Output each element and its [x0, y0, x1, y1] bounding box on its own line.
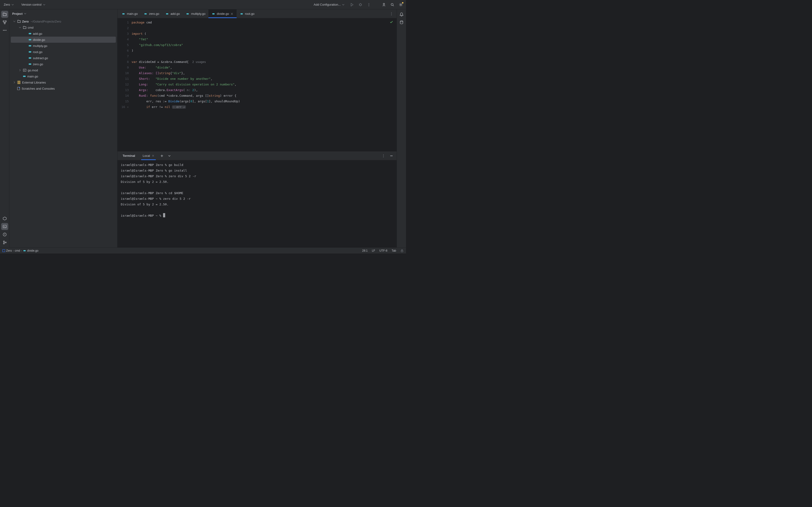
project-toolwindow-button[interactable] — [1, 11, 8, 18]
scratches-icon — [16, 87, 21, 91]
tree-file-divide[interactable]: divide.go — [11, 37, 116, 43]
tree-label: External Libraries — [22, 81, 46, 84]
problems-toolwindow-button[interactable] — [1, 231, 8, 238]
line-separator[interactable]: LF — [372, 249, 375, 252]
hide-terminal-button[interactable] — [388, 153, 395, 159]
tree-root[interactable]: Zero ~/GolandProjects/Zero — [11, 18, 116, 24]
file-encoding[interactable]: UTF-8 — [379, 249, 388, 252]
terminal-output[interactable]: israel@Israels-MBP Zero % go build israe… — [117, 160, 397, 247]
svg-point-21 — [30, 33, 31, 34]
chevron-right-icon[interactable] — [18, 69, 21, 71]
tree-file-gomod[interactable]: go.mod — [11, 67, 116, 73]
inspections-status-icon[interactable] — [390, 20, 393, 24]
close-tab-icon[interactable] — [152, 155, 154, 157]
chevron-down-icon[interactable] — [18, 26, 21, 29]
tree-file-main[interactable]: main.go — [11, 73, 116, 79]
svg-point-25 — [30, 39, 31, 40]
main-toolbar: Zero Version control Add Configuration..… — [0, 0, 406, 9]
library-icon — [17, 80, 21, 84]
tabs-more-button[interactable] — [388, 10, 395, 17]
svg-point-69 — [383, 157, 384, 157]
svg-rect-71 — [3, 249, 5, 252]
terminal-toolwindow-button[interactable] — [1, 223, 8, 230]
svg-point-73 — [24, 250, 26, 251]
tree-file-root[interactable]: root.go — [11, 49, 116, 55]
terminal-session-tab[interactable]: Local — [139, 151, 158, 160]
terminal-dropdown-button[interactable] — [166, 153, 173, 159]
project-header[interactable]: Project — [9, 9, 117, 18]
tab-label: multiply.go — [191, 12, 205, 15]
code-with-me-button[interactable] — [380, 1, 387, 8]
editor-tab-divide[interactable]: divide.go — [208, 9, 237, 18]
breadcrumb-item[interactable]: cmd — [15, 249, 20, 252]
chevron-down-icon[interactable] — [13, 20, 16, 22]
more-actions-button[interactable] — [366, 1, 372, 8]
go-file-icon — [28, 38, 32, 42]
breadcrumb-item[interactable]: divide.go — [27, 249, 38, 252]
more-toolwindows-button[interactable] — [1, 27, 8, 34]
breadcrumb-item[interactable]: Zero — [6, 249, 12, 252]
chevron-down-icon — [43, 3, 45, 6]
tree-file-multiply[interactable]: multiply.go — [11, 43, 116, 49]
project-tree[interactable]: Zero ~/GolandProjects/Zero cmd add.go di… — [9, 18, 117, 247]
svg-rect-47 — [18, 81, 18, 84]
search-everywhere-button[interactable] — [389, 1, 396, 8]
svg-point-53 — [123, 13, 124, 14]
tree-external-libraries[interactable]: External Libraries — [11, 79, 116, 86]
run-button[interactable] — [349, 1, 355, 8]
tree-file-add[interactable]: add.go — [11, 31, 116, 37]
tree-scratches[interactable]: Scratches and Consoles — [11, 86, 116, 92]
editor-tab-root[interactable]: root.go — [237, 9, 257, 18]
svg-point-64 — [391, 12, 392, 13]
indent-setting[interactable]: Tab — [392, 249, 396, 252]
tree-file-subtract[interactable]: subtract.go — [11, 55, 116, 61]
editor-tab-zero[interactable]: zero.go — [141, 9, 162, 18]
cursor-position[interactable]: 28:1 — [362, 249, 367, 252]
vcs-menu[interactable]: Version control — [19, 2, 47, 7]
tree-folder-cmd[interactable]: cmd — [11, 24, 116, 31]
svg-point-59 — [188, 13, 189, 14]
go-file-icon — [28, 62, 32, 66]
database-button[interactable] — [398, 19, 405, 26]
run-config-selector[interactable]: Add Configuration... — [311, 2, 347, 7]
chevron-right-icon[interactable] — [13, 81, 16, 83]
project-menu[interactable]: Zero — [2, 2, 16, 7]
editor[interactable]: 12345678910111213141516 › package cmd im… — [117, 18, 397, 151]
vcs-toolwindow-button[interactable] — [1, 239, 8, 246]
terminal-title-tab[interactable]: Terminal — [119, 151, 138, 160]
editor-gutter[interactable]: 12345678910111213141516 › — [117, 18, 132, 151]
svg-rect-74 — [401, 250, 403, 252]
terminal-tab-label: Local — [143, 154, 150, 158]
go-file-icon — [28, 56, 32, 60]
usages-hint[interactable]: 2 usages — [192, 60, 206, 64]
svg-point-10 — [3, 30, 4, 31]
new-terminal-button[interactable] — [159, 153, 165, 159]
go-file-icon — [185, 12, 190, 15]
editor-tab-main[interactable]: main.go — [118, 9, 141, 18]
svg-point-12 — [5, 30, 6, 31]
terminal-options-button[interactable] — [380, 153, 387, 159]
close-tab-icon[interactable] — [231, 12, 234, 15]
svg-point-5 — [391, 3, 393, 5]
tree-file-label: root.go — [33, 50, 42, 54]
breadcrumbs[interactable]: Zero › cmd › divide.go — [2, 249, 38, 252]
svg-point-41 — [30, 64, 31, 64]
debug-button[interactable] — [357, 1, 364, 8]
svg-point-37 — [30, 58, 31, 58]
svg-rect-8 — [5, 21, 6, 22]
structure-toolwindow-button[interactable] — [1, 19, 8, 26]
tree-file-zero[interactable]: zero.go — [11, 61, 116, 67]
svg-point-11 — [4, 30, 5, 31]
editor-tab-multiply[interactable]: multiply.go — [183, 9, 208, 18]
editor-tab-add[interactable]: add.go — [162, 9, 183, 18]
tree-root-path: ~/GolandProjects/Zero — [31, 20, 61, 23]
notifications-button[interactable] — [398, 11, 405, 18]
terminal-title: Terminal — [123, 154, 135, 158]
services-toolwindow-button[interactable] — [1, 215, 8, 222]
tab-label: root.go — [245, 12, 254, 15]
editor-content[interactable]: package cmd import ( "fmt" "github.com/s… — [132, 18, 397, 151]
readonly-lock-icon[interactable] — [400, 249, 404, 252]
settings-button[interactable] — [398, 1, 404, 8]
svg-point-55 — [145, 13, 147, 14]
project-header-label: Project — [12, 12, 22, 15]
